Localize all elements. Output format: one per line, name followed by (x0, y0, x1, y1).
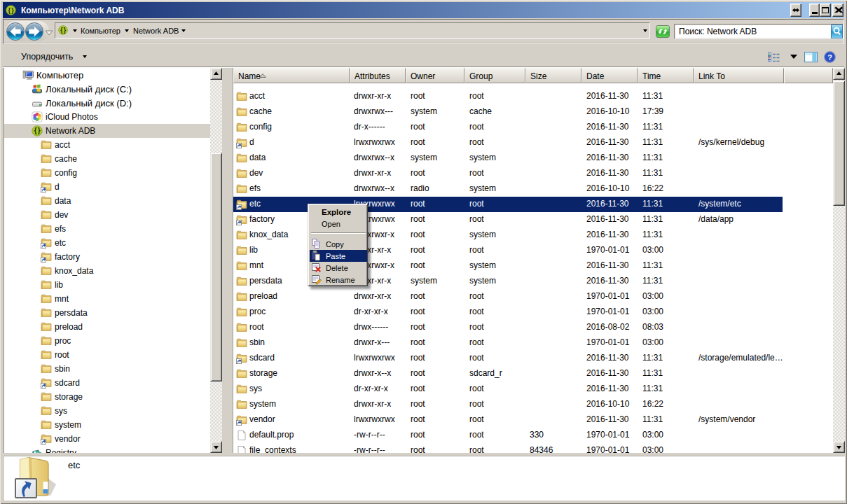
svg-text:?: ? (827, 53, 832, 62)
